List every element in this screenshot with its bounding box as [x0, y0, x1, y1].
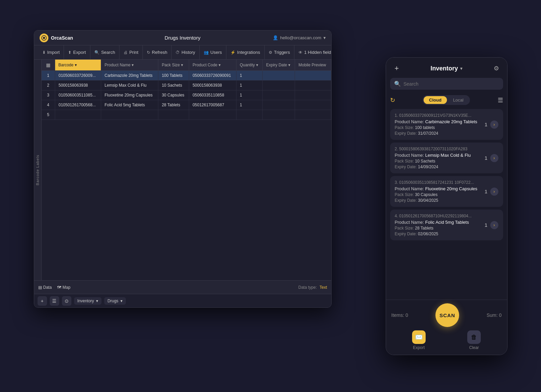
expiry-value: 02/06/2025 [418, 232, 438, 236]
export-action[interactable]: ✉️ Export [412, 330, 426, 350]
table-row[interactable]: 3 010506003511085... Fluoxetine 20mg Cap… [42, 90, 331, 100]
cloud-toggle-pill[interactable]: Cloud [424, 96, 447, 104]
cell-barcode: 010501261700568... [55, 100, 101, 110]
cell-quantity [236, 110, 263, 120]
th-product-code[interactable]: Product Code ▾ [189, 60, 236, 71]
expiry-value: 14/09/2024 [418, 165, 438, 169]
data-tab[interactable]: ▤ Data [38, 285, 52, 290]
mobile-add-button[interactable]: + [391, 63, 402, 74]
inventory-sheet-tab[interactable]: Inventory ▾ [74, 297, 102, 305]
hidden-field-button[interactable]: 👁 1 Hidden field [294, 45, 332, 59]
item-content: 4. 010501261700568710HU2292119804... Pro… [395, 214, 482, 236]
mobile-app-title: Inventory [430, 65, 458, 72]
map-tab[interactable]: 🗺 Map [57, 285, 70, 290]
table-row[interactable]: 4 010501261700568... Folic Acid 5mg Tabl… [42, 100, 331, 110]
cell-mobile-preview [295, 71, 331, 81]
cell-product-code: 05012617005687 [189, 100, 236, 110]
mobile-list-item[interactable]: 3. 010506003511085817241231 10F0722... P… [390, 176, 503, 207]
mobile-list-item[interactable]: 4. 010501261700568710HU2292119804... Pro… [390, 210, 503, 240]
history-button[interactable]: ⏱ History [172, 45, 199, 59]
barcode-sidebar-label: Barcode Labels [36, 155, 40, 185]
item-chevron-button[interactable]: › [490, 221, 498, 229]
cell-barcode: 010506033726009... [55, 71, 101, 81]
expiry-label: Expiry Date: [395, 165, 418, 169]
mobile-title-chevron: ▾ [460, 66, 463, 71]
sheet-target-button[interactable]: ⊙ [62, 296, 71, 306]
search-button[interactable]: 🔍 Search [90, 45, 119, 59]
item-chevron-button[interactable]: › [490, 121, 498, 129]
cell-product-name: Carbimazole 20mg Tablets [101, 71, 158, 81]
hamburger-icon[interactable]: ☰ [498, 96, 503, 104]
hidden-field-label: 1 Hidden field [304, 50, 331, 55]
mobile-search-input[interactable] [404, 81, 499, 87]
mobile-list-item[interactable]: 1. 010506033726009121VG73N1KV35E... Prod… [390, 109, 503, 140]
table-row[interactable]: 1 010506033726009... Carbimazole 20mg Ta… [42, 71, 331, 81]
mobile-item-list: 1. 010506033726009121VG73N1KV35E... Prod… [386, 109, 507, 300]
export-label: Export [73, 50, 86, 55]
th-product-name[interactable]: Product Name ▾ [101, 60, 158, 71]
mobile-actions: ✉️ Export 🗑 Clear [391, 330, 502, 350]
item-name-row: Product Name: Folic Acid 5mg Tablets [395, 220, 482, 225]
triggers-button[interactable]: ⚙ Triggers [265, 45, 294, 59]
mobile-app: + Inventory ▾ ⚙ 🔍 ↻ Cloud Local ☰ [386, 57, 508, 355]
mobile-list-item[interactable]: 2. 5000158063938172007311020FA283 Produc… [390, 143, 503, 173]
data-type-area: Data type: Text [298, 285, 327, 290]
drugs-sheet-tab[interactable]: Drugs ▾ [104, 297, 126, 305]
barcode-sidebar[interactable]: Barcode Labels [34, 60, 42, 280]
data-tab-icon: ▤ [38, 285, 42, 290]
sync-icon[interactable]: ↻ [390, 96, 395, 104]
table-row[interactable]: 2 5000158063938 Lemsip Max Cold & Flu 10… [42, 81, 331, 90]
user-email: hello@orcascan.com [280, 35, 321, 40]
app-name: OrcaScan [51, 35, 73, 41]
local-toggle-pill[interactable]: Local [448, 96, 469, 104]
cell-quantity: 1 [236, 100, 263, 110]
cell-pack-size [158, 110, 189, 120]
cell-barcode [55, 110, 101, 120]
scan-button[interactable]: SCAN [435, 303, 459, 327]
hidden-icon: 👁 [298, 50, 302, 55]
pack-size-value: 30 Capsules [415, 192, 438, 197]
mobile-search-icon: 🔍 [394, 81, 401, 87]
item-chevron-button[interactable]: › [490, 154, 498, 162]
mobile-settings-button[interactable]: ⚙ [491, 63, 502, 74]
refresh-button[interactable]: ↻ Refresh [143, 45, 172, 59]
item-name-row: Product Name: Lemsip Max Cold & Flu [395, 153, 482, 158]
item-chevron-button[interactable]: › [490, 188, 498, 196]
integrations-button[interactable]: ⚡ Integrations [226, 45, 265, 59]
mobile-title-area[interactable]: Inventory ▾ [430, 65, 462, 72]
cell-product-name: Lemsip Max Cold & Flu [101, 81, 158, 90]
th-barcode-icon: ▦ [42, 60, 55, 70]
user-area[interactable]: 👤 hello@orcascan.com ▾ [273, 35, 326, 40]
th-barcode[interactable]: Barcode ▾ [55, 60, 101, 71]
item-expiry-row: Expiry Date: 02/06/2025 [395, 232, 482, 236]
import-icon: ⬇ [42, 50, 46, 55]
th-pack-size[interactable]: Pack Size ▾ [158, 60, 189, 71]
export-icon: ⬆ [68, 50, 71, 55]
cell-product-code: 5000158063938 [189, 81, 236, 90]
table-row[interactable]: 5 [42, 110, 331, 120]
users-button[interactable]: 👥 Users [200, 45, 226, 59]
item-content: 2. 5000158063938172007311020FA283 Produc… [395, 147, 482, 169]
import-button[interactable]: ⬇ Import [38, 45, 64, 59]
th-quantity[interactable]: Quantity ▾ [236, 60, 263, 71]
mobile-bottom: Items: 0 SCAN Sum: 0 ✉️ Export 🗑 Clear [386, 300, 507, 355]
th-expiry-date[interactable]: Expiry Date ▾ [263, 60, 295, 71]
mobile-search-bar[interactable]: 🔍 [390, 78, 503, 90]
export-button[interactable]: ⬆ Export [64, 45, 90, 59]
cell-expiry [263, 71, 295, 81]
print-button[interactable]: 🖨 Print [119, 45, 143, 59]
pack-size-label: Pack Size: [395, 159, 415, 164]
refresh-icon: ↻ [147, 50, 150, 55]
window-title: Drugs Inventory [165, 35, 201, 41]
clear-action[interactable]: 🗑 Clear [467, 330, 481, 350]
item-pack-row: Pack Size: 28 Tablets [395, 226, 482, 231]
desktop-window: OrcaScan Drugs Inventory 👤 hello@orcasca… [34, 30, 332, 308]
row-num: 1 [42, 71, 55, 81]
sheet-list-button[interactable]: ☰ [50, 296, 59, 306]
add-sheet-button[interactable]: + [38, 296, 47, 306]
logo-area: OrcaScan [40, 34, 73, 42]
pack-size-value: 10 Sachets [415, 159, 435, 164]
product-name-label: Product Name: [395, 153, 425, 158]
users-label: Users [210, 50, 222, 55]
th-mobile-preview[interactable]: Mobile Preview [295, 60, 331, 71]
